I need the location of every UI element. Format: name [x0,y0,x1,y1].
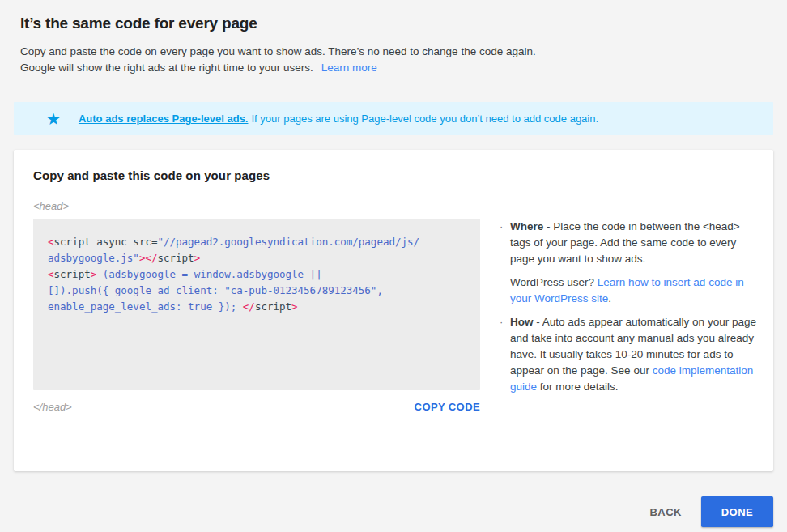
code-row: <script async src="//pagead2.googlesyndi… [33,219,754,415]
card-heading: Copy and paste this code on your pages [33,168,754,182]
copy-code-button[interactable]: COPY CODE [415,399,480,415]
ad-code-block[interactable]: <script async src="//pagead2.googlesyndi… [33,219,480,390]
code-footer: </head> COPY CODE [33,399,480,415]
instruction-text: How - Auto ads appear automatically on y… [510,314,759,395]
code-token: script [54,268,91,280]
head-close-label: </head> [33,401,72,413]
description-line1: Copy and paste the code on every page yo… [20,45,536,57]
instruction-text: WordPress user? Learn how to insert ad c… [510,275,759,307]
code-token: / [249,300,255,313]
code-token: "//pagead2.googlesyndication.com/pagead/… [157,236,419,248]
code-line: <script> (adsbygoogle = window.adsbygoog… [48,266,466,283]
bullet-dot-icon: · [500,314,510,395]
instruction-plain-text: . [608,292,611,304]
instructions-column: ·Where - Place the code in between the <… [500,219,759,415]
instruction-plain-text: - Place the code in between the <head> t… [510,220,740,265]
code-line: []).push({ google_ad_client: "ca-pub-012… [48,283,466,299]
back-button[interactable]: BACK [636,498,695,526]
info-banner: ★ Auto ads replaces Page-level ads.If yo… [14,102,773,135]
instruction-paragraph: WordPress user? Learn how to insert ad c… [500,275,759,307]
instruction-bullet: ·Where - Place the code in between the <… [500,219,759,267]
instruction-plain-text: WordPress user? [510,276,598,288]
code-column: <script async src="//pagead2.googlesyndi… [33,219,480,415]
code-token: script async src= [54,236,158,248]
auto-ads-setup-page: It’s the same code for every page Copy a… [0,0,787,527]
code-token: > [291,300,298,313]
banner-message: If your pages are using Page-level code … [251,113,598,125]
instruction-plain-text: for more details. [537,381,619,393]
code-line: enable_page_level_ads: true }); </script… [48,299,466,315]
code-token: >< [139,252,151,264]
code-token: (adsbygoogle = window.adsbygoogle || [96,268,321,280]
banner-text: Auto ads replaces Page-level ads.If your… [79,113,598,125]
instruction-term: Where [510,220,543,232]
instruction-term: How [510,316,534,328]
bullet-dot-icon: · [500,219,510,267]
code-line: adsbygoogle.js"></script> [48,250,466,266]
footer-actions: BACK DONE [14,496,773,527]
code-token: < [48,268,54,280]
code-line: <script async src="//pagead2.googlesyndi… [48,234,466,250]
done-button[interactable]: DONE [701,496,773,527]
code-card: Copy and paste this code on your pages <… [14,150,773,471]
code-token: < [48,236,54,248]
head-open-label: <head> [33,200,754,212]
instruction-text: Where - Place the code in between the <h… [510,219,759,267]
page-title: It’s the same code for every page [20,15,773,32]
banner-auto-ads-link[interactable]: Auto ads replaces Page-level ads. [79,113,249,125]
code-token: script [157,252,194,264]
code-token: > [194,252,201,264]
description-line2: Google will show the right ads at the ri… [20,62,313,74]
code-token: enable_page_level_ads: true }); [48,300,243,313]
star-icon: ★ [46,111,61,127]
code-token: script [255,300,291,313]
code-token: adsbygoogle.js" [48,252,139,264]
code-token: []).push({ google_ad_client: "ca-pub-012… [48,284,383,296]
page-description: Copy and paste the code on every page yo… [20,44,773,76]
learn-more-link[interactable]: Learn more [321,62,377,74]
instruction-bullet: ·How - Auto ads appear automatically on … [500,314,759,395]
